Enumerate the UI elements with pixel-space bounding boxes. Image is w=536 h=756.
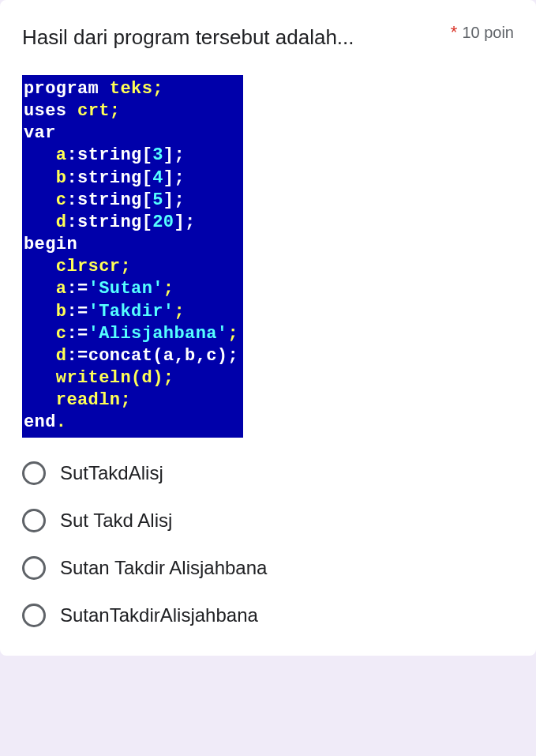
- option-label: Sut Takd Alisj: [60, 510, 172, 532]
- options-group: SutTakdAlisj Sut Takd Alisj Sutan Takdir…: [22, 461, 514, 627]
- required-indicator: *: [451, 22, 458, 43]
- option-3[interactable]: SutanTakdirAlisjahbana: [22, 604, 514, 627]
- points-wrap: * 10 poin: [451, 22, 514, 43]
- question-text: Hasil dari program tersebut adalah...: [22, 22, 441, 53]
- code-image: program teks; uses crt; var a:string[3];…: [22, 75, 243, 438]
- radio-icon: [22, 461, 46, 485]
- question-card: Hasil dari program tersebut adalah... * …: [0, 0, 536, 656]
- option-0[interactable]: SutTakdAlisj: [22, 461, 514, 485]
- option-label: Sutan Takdir Alisjahbana: [60, 557, 267, 579]
- radio-icon: [22, 509, 46, 532]
- points-text: 10 poin: [462, 24, 514, 42]
- option-1[interactable]: Sut Takd Alisj: [22, 509, 514, 532]
- radio-icon: [22, 556, 46, 580]
- option-label: SutanTakdirAlisjahbana: [60, 604, 258, 626]
- question-header: Hasil dari program tersebut adalah... * …: [22, 22, 514, 53]
- option-2[interactable]: Sutan Takdir Alisjahbana: [22, 556, 514, 580]
- option-label: SutTakdAlisj: [60, 462, 163, 484]
- radio-icon: [22, 604, 46, 627]
